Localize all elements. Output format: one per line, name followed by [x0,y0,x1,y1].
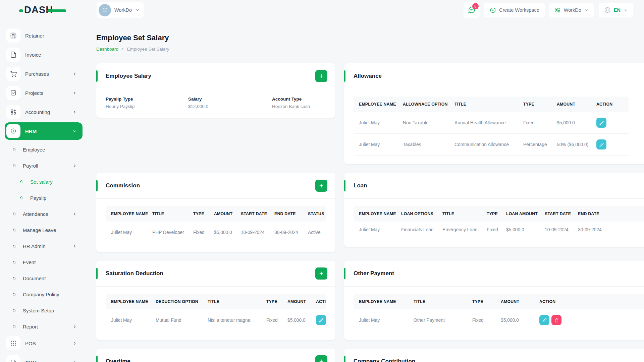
cards-grid: Employee Salary Payslip Type Hourly Pays… [96,63,639,362]
sidebar-item-pos[interactable]: POS [5,335,83,352]
messages-button[interactable]: 0 [464,2,480,18]
sidebar-item-hrm[interactable]: HRM [5,122,83,140]
sidebar-item-company-policy[interactable]: Company Policy [5,286,83,302]
table-row: Juliet May Non Taxable Annual Health All… [354,112,629,134]
chevron-right-icon [72,341,77,346]
plus-icon [319,183,324,188]
language-selector[interactable]: EN [599,3,633,17]
edit-button[interactable] [596,118,606,128]
sidebar-item-crm[interactable]: CRM [5,354,83,362]
sidebar: Retainer Invoice Purchases Projects Acco… [0,20,87,362]
card-title: Other Payment [354,270,394,277]
chevron-down-icon [72,129,77,134]
sidebar-item-set-salary[interactable]: Set salary [5,174,83,190]
logo-bar-accent [47,9,66,12]
allowance-table: EMPLOYEE NAME ALLOWNACE OPTION TITLE TYP… [354,97,629,156]
sidebar-item-label: Projects [25,90,43,96]
sidebar-item-attendance[interactable]: Attendance [5,206,83,222]
messages-badge: 0 [472,3,479,9]
table-row: Juliet May Financials Loan Emergency Loa… [354,222,644,238]
dots-grid-icon [6,336,20,350]
column-header: TYPE [519,97,552,112]
chevron-right-icon [72,163,77,168]
saturation-deduction-card: Saturation Deduction EMPLOYEE NAME DEDUC… [96,261,335,340]
column-header: LOAN AMOUNT [501,206,540,222]
sidebar-item-document[interactable]: Document [5,270,83,286]
card-title: Saturation Deduction [106,270,163,277]
card-title: Company Contribution [354,358,415,362]
floppy-icon [6,28,20,43]
card-header: Allowance [344,63,644,89]
saturation-deduction-table: EMPLOYEE NAME DEDUCTION OPTION TITLE TYP… [106,294,326,331]
edit-button[interactable] [596,139,606,149]
sidebar-item-report[interactable]: Report [5,318,83,335]
sidebar-item-label: Invoice [25,52,41,58]
bullet-icon [12,244,16,248]
table-header-row: EMPLOYEE NAME DEDUCTION OPTION TITLE TYP… [106,294,326,309]
add-commission-button[interactable] [315,180,327,192]
create-workspace-button[interactable]: Create Workspace [484,3,545,17]
language-label: EN [614,7,621,13]
card-header: Saturation Deduction [96,261,335,287]
cart-icon [6,67,20,81]
column-header: TYPE [262,294,283,309]
column-header: END DATE [270,206,303,222]
chevron-down-icon [135,8,140,12]
company-contribution-card: Company Contribution [344,349,644,362]
plus-icon [319,73,324,79]
chevron-right-icon [72,244,77,249]
sidebar-item-invoice[interactable]: Invoice [5,46,83,63]
sidebar-item-label: Retainer [25,33,44,39]
check-square-icon [6,86,20,100]
field-payslip-type: Payslip Type Hourly Payslip [106,97,188,109]
plus-circle-icon [490,7,496,13]
sidebar-item-payslip[interactable]: Payslip [5,190,83,206]
delete-button[interactable] [551,315,561,325]
column-header: AMOUNT [552,97,592,112]
sidebar-item-hr-admin[interactable]: HR Admin [5,238,83,254]
edit-button[interactable] [539,315,549,325]
sidebar-item-label: CRM [25,360,37,362]
bullet-icon [19,180,24,184]
workspace-switcher[interactable]: WorkDo [97,2,144,18]
sidebar-item-label: HRM [25,128,37,134]
sidebar-item-accounting[interactable]: Accounting [5,103,83,121]
sidebar-item-manage-leave[interactable]: Manage Leave [5,222,83,238]
column-header: ACTION [592,97,629,112]
sidebar-item-payroll[interactable]: Payroll [5,158,83,174]
bullet-icon [12,260,16,264]
sidebar-item-label: Accounting [25,109,50,115]
workdo-menu-button[interactable]: WorkDo [549,3,594,17]
add-saturation-deduction-button[interactable] [315,267,327,280]
chevron-right-icon [72,360,77,362]
bullet-icon [19,196,24,200]
card-title: Employee Salary [106,73,151,79]
globe-icon [604,7,611,13]
add-employee-salary-button[interactable] [315,70,327,82]
sidebar-item-projects[interactable]: Projects [5,84,83,102]
sidebar-item-system-setup[interactable]: System Setup [5,302,83,318]
table-row: Juliet May PHP Developer Fixed $5,000.0 … [106,222,326,243]
field-salary: Salary $12,000.0 [188,97,272,109]
column-header: EMPLOYEE NAME [106,294,151,309]
sidebar-item-employee[interactable]: Employee [5,141,83,158]
sidebar-item-purchases[interactable]: Purchases [5,65,83,82]
edit-button[interactable] [316,315,326,325]
sidebar-item-retainer[interactable]: Retainer [5,27,83,44]
loan-table: EMPLOYEE NAME LOAN OPTIONS TITLE TYPE LO… [354,206,644,238]
column-header: TYPE [468,294,496,309]
bullet-icon [12,324,16,329]
status-text: Active [303,222,326,243]
chevron-right-icon [72,71,77,76]
breadcrumb-dashboard-link[interactable]: Dashboard [96,47,118,52]
page-title: Employee Set Salary [96,34,639,42]
pencil-icon [599,121,604,125]
column-header: TITLE [450,97,519,112]
logo-dash-accent [19,9,23,12]
card-header: Other Payment [344,261,644,287]
sidebar-item-label: POS [25,341,36,346]
bullet-icon [12,292,16,297]
sidebar-item-event[interactable]: Event [5,254,83,270]
column-header: EMPLOYEE NAME [354,294,409,309]
add-overtime-button[interactable] [315,355,327,362]
